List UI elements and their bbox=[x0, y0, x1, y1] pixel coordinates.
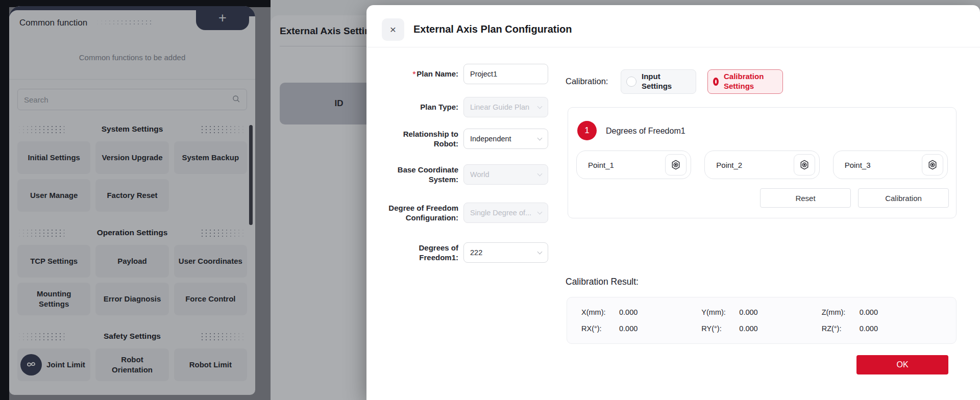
plan-form: *Plan Name: Project1 *Plan Type: Linear … bbox=[379, 61, 565, 327]
result-value: 0.000 bbox=[739, 308, 757, 316]
calibration-result-box: X(mm): 0.000 Y(mm): 0.000 Z(mm): 0.000 R… bbox=[567, 297, 957, 344]
dialog-title: External Axis Plan Configuration bbox=[413, 23, 572, 35]
result-cell: X(mm): 0.000 bbox=[581, 308, 701, 316]
record-point-icon[interactable] bbox=[794, 154, 815, 176]
result-value: 0.000 bbox=[860, 308, 878, 316]
external-axis-plan-configuration-dialog: × External Axis Plan Configuration *Plan… bbox=[366, 5, 980, 400]
result-label: RY(°): bbox=[701, 324, 731, 333]
field-value: Linear Guide Plan bbox=[470, 103, 538, 111]
calibration-tab-label: Input Settings bbox=[642, 72, 683, 91]
result-label: Y(mm): bbox=[701, 308, 731, 316]
result-cell: RX(°): 0.000 bbox=[581, 324, 701, 333]
calibration-result-title: Calibration Result: bbox=[566, 277, 639, 287]
calibration-tab-label: Calibration Settings bbox=[724, 72, 766, 91]
result-label: X(mm): bbox=[581, 308, 611, 316]
form-field-row: *Plan Type: Linear Guide Plan bbox=[379, 97, 565, 117]
field-label: *Relationship to Robot: bbox=[379, 129, 463, 149]
field-label: *Plan Name: bbox=[379, 69, 463, 79]
record-point-icon[interactable] bbox=[922, 154, 943, 176]
card-actions: Reset Calibration bbox=[760, 188, 949, 208]
calibration-tabs: Input Settings Calibration Settings bbox=[621, 69, 783, 94]
chevron-down-icon bbox=[537, 104, 543, 109]
field-control[interactable]: Project1 bbox=[463, 64, 548, 84]
field-label: *Degree of Freedom Configuration: bbox=[379, 203, 463, 223]
dof-card-title: Degrees of Freedom1 bbox=[606, 127, 685, 136]
degrees-of-freedom-card: 1 Degrees of Freedom1 Point_1 Point_2 bbox=[568, 107, 957, 218]
point-label: Point_2 bbox=[716, 161, 742, 169]
result-label: Z(mm): bbox=[822, 308, 851, 316]
field-label: *Degrees of Freedom1: bbox=[379, 243, 463, 263]
result-value: 0.000 bbox=[619, 324, 638, 333]
form-field-row: *Plan Name: Project1 bbox=[379, 64, 565, 84]
calibration-point[interactable]: Point_1 bbox=[576, 151, 691, 179]
result-cell: RY(°): 0.000 bbox=[701, 324, 821, 333]
dof-index-badge: 1 bbox=[577, 121, 597, 140]
field-label: *Base Coordinate System: bbox=[379, 165, 463, 185]
field-control[interactable]: Linear Guide Plan bbox=[463, 97, 548, 117]
result-cell: Y(mm): 0.000 bbox=[701, 308, 821, 316]
result-cell: Z(mm): 0.000 bbox=[822, 308, 942, 316]
field-value: 222 bbox=[470, 248, 538, 257]
calibration-tab[interactable]: Calibration Settings bbox=[707, 69, 783, 94]
chevron-down-icon bbox=[537, 249, 543, 254]
calibration-points-row: Point_1 Point_2 Point_3 bbox=[576, 151, 948, 179]
close-button[interactable]: × bbox=[382, 18, 404, 41]
field-value: World bbox=[470, 170, 538, 179]
app-screen: Common function + Common functions to be… bbox=[0, 0, 980, 400]
point-label: Point_1 bbox=[588, 161, 614, 169]
result-value: 0.000 bbox=[860, 324, 878, 333]
form-field-row: *Degree of Freedom Configuration: Single… bbox=[379, 203, 565, 223]
field-control[interactable]: World bbox=[463, 164, 548, 185]
form-field-row: *Relationship to Robot: Independent bbox=[379, 129, 565, 149]
calibration-point[interactable]: Point_3 bbox=[833, 151, 948, 179]
radio-selected-icon bbox=[713, 78, 719, 86]
calibration-button[interactable]: Calibration bbox=[858, 188, 949, 208]
result-label: RX(°): bbox=[581, 324, 611, 333]
result-value: 0.000 bbox=[619, 308, 638, 316]
calibration-tab[interactable]: Input Settings bbox=[621, 69, 696, 94]
point-label: Point_3 bbox=[845, 161, 871, 169]
chevron-down-icon bbox=[537, 209, 543, 214]
field-control[interactable]: Single Degree of... bbox=[463, 203, 548, 223]
calibration-point[interactable]: Point_2 bbox=[704, 151, 819, 179]
chevron-down-icon bbox=[537, 135, 543, 140]
form-field-row: *Degrees of Freedom1: 222 bbox=[379, 242, 565, 263]
required-marker: * bbox=[412, 69, 415, 78]
field-control[interactable]: 222 bbox=[463, 242, 548, 263]
field-label: *Plan Type: bbox=[379, 102, 463, 112]
field-value: Project1 bbox=[470, 70, 542, 78]
field-value: Independent bbox=[470, 135, 538, 143]
field-value: Single Degree of... bbox=[470, 209, 538, 217]
result-label: RZ(°): bbox=[822, 324, 851, 333]
ok-button[interactable]: OK bbox=[856, 355, 948, 374]
reset-button[interactable]: Reset bbox=[760, 188, 851, 208]
divider bbox=[366, 47, 980, 47]
field-control[interactable]: Independent bbox=[463, 129, 548, 149]
radio-unselected-icon bbox=[626, 77, 636, 87]
result-value: 0.000 bbox=[739, 324, 757, 333]
form-field-row: *Base Coordinate System: World bbox=[379, 164, 565, 185]
record-point-icon[interactable] bbox=[665, 154, 687, 176]
close-icon: × bbox=[390, 23, 396, 36]
chevron-down-icon bbox=[537, 171, 543, 176]
calibration-label: Calibration: bbox=[566, 77, 608, 86]
result-cell: RZ(°): 0.000 bbox=[822, 324, 942, 333]
